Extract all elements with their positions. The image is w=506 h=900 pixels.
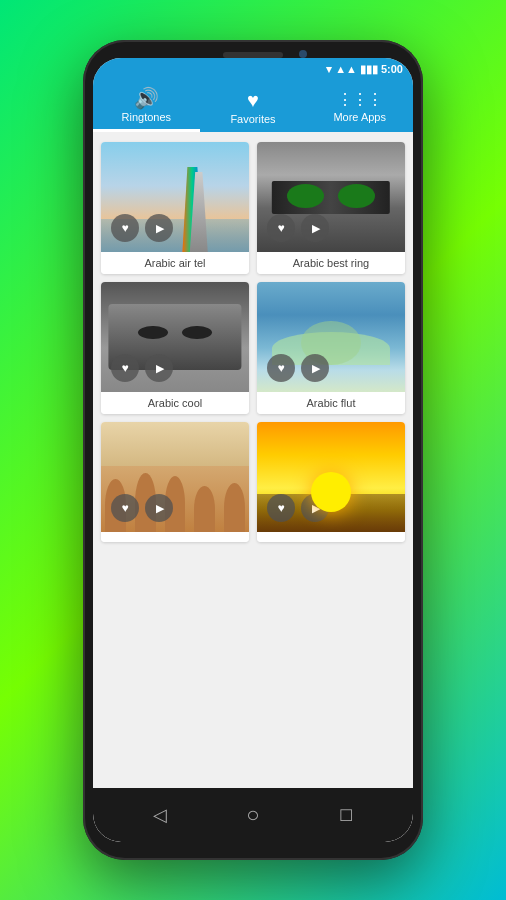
list-item: ♥ ▶ [101,422,249,542]
heart-icon-1: ♥ [121,221,128,235]
controls-4: ♥ ▶ [267,354,329,382]
play-button-4[interactable]: ▶ [301,354,329,382]
item-label-4: Arabic flut [257,392,405,414]
more-apps-icon: ⋮⋮⋮ [337,92,382,108]
controls-1: ♥ ▶ [111,214,173,242]
thumbnail-5: ♥ ▶ [101,422,249,532]
play-button-2[interactable]: ▶ [301,214,329,242]
phone-frame: ▾ ▲▲ ▮▮▮ 5:00 🔊 Ringtones ♥ Favorites ⋮⋮… [83,40,423,860]
controls-3: ♥ ▶ [111,354,173,382]
favorites-label: Favorites [230,113,275,125]
heart-icon-4: ♥ [277,361,284,375]
favorites-icon: ♥ [247,90,259,110]
list-item: ♥ ▶ Arabic cool [101,282,249,414]
tab-more-apps[interactable]: ⋮⋮⋮ More Apps [306,80,413,132]
play-button-5[interactable]: ▶ [145,494,173,522]
play-icon-2: ▶ [312,222,320,235]
ringtones-icon: 🔊 [134,88,159,108]
status-bar: ▾ ▲▲ ▮▮▮ 5:00 [93,58,413,80]
back-button[interactable] [143,800,177,830]
heart-icon-3: ♥ [121,361,128,375]
tab-bar: 🔊 Ringtones ♥ Favorites ⋮⋮⋮ More Apps [93,80,413,132]
tab-favorites[interactable]: ♥ Favorites [200,80,307,132]
signal-icon: ▲▲ [335,63,357,75]
heart-icon-6: ♥ [277,501,284,515]
favorite-button-5[interactable]: ♥ [111,494,139,522]
play-icon-6: ▶ [312,502,320,515]
play-icon-1: ▶ [156,222,164,235]
wifi-icon: ▾ [326,63,332,76]
tab-ringtones[interactable]: 🔊 Ringtones [93,80,200,132]
controls-2: ♥ ▶ [267,214,329,242]
thumbnail-4: ♥ ▶ [257,282,405,392]
item-label-2: Arabic best ring [257,252,405,274]
content-area: ♥ ▶ Arabic air tel [93,132,413,788]
screen: ▾ ▲▲ ▮▮▮ 5:00 🔊 Ringtones ♥ Favorites ⋮⋮… [93,58,413,842]
nav-bar [93,788,413,842]
battery-icon: ▮▮▮ [360,63,378,76]
item-label-6 [257,532,405,542]
list-item: ♥ ▶ [257,422,405,542]
status-icons: ▾ ▲▲ ▮▮▮ 5:00 [326,63,403,76]
play-icon-4: ▶ [312,362,320,375]
time-display: 5:00 [381,63,403,75]
item-label-5 [101,532,249,542]
thumbnail-6: ♥ ▶ [257,422,405,532]
controls-6: ♥ ▶ [267,494,329,522]
thumbnail-2: ♥ ▶ [257,142,405,252]
thumbnail-3: ♥ ▶ [101,282,249,392]
play-icon-3: ▶ [156,362,164,375]
item-label-1: Arabic air tel [101,252,249,274]
play-button-1[interactable]: ▶ [145,214,173,242]
home-button[interactable] [236,798,269,832]
recents-button[interactable] [329,801,363,830]
heart-icon-2: ♥ [277,221,284,235]
list-item: ♥ ▶ Arabic flut [257,282,405,414]
play-button-3[interactable]: ▶ [145,354,173,382]
favorite-button-4[interactable]: ♥ [267,354,295,382]
thumbnail-1: ♥ ▶ [101,142,249,252]
ringtone-grid: ♥ ▶ Arabic air tel [101,142,405,542]
favorite-button-6[interactable]: ♥ [267,494,295,522]
list-item: ♥ ▶ Arabic best ring [257,142,405,274]
play-icon-5: ▶ [156,502,164,515]
ringtones-label: Ringtones [122,111,172,123]
item-label-3: Arabic cool [101,392,249,414]
play-button-6[interactable]: ▶ [301,494,329,522]
more-apps-label: More Apps [333,111,386,123]
list-item: ♥ ▶ Arabic air tel [101,142,249,274]
heart-icon-5: ♥ [121,501,128,515]
favorite-button-2[interactable]: ♥ [267,214,295,242]
favorite-button-1[interactable]: ♥ [111,214,139,242]
controls-5: ♥ ▶ [111,494,173,522]
favorite-button-3[interactable]: ♥ [111,354,139,382]
